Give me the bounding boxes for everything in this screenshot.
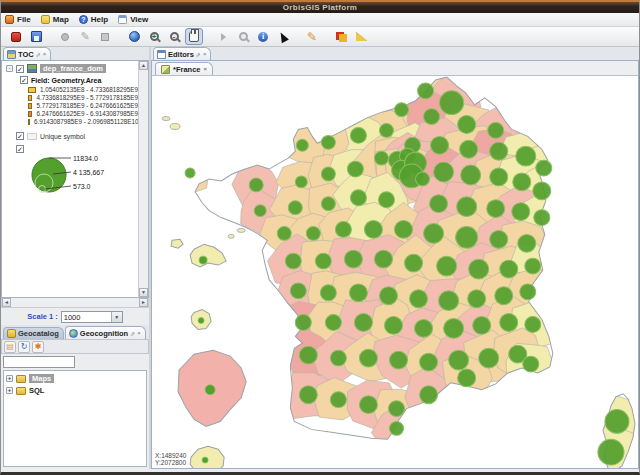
zoom-in-button[interactable]: + bbox=[145, 28, 163, 45]
class-swatch bbox=[28, 103, 32, 109]
zoom-selection-icon bbox=[239, 32, 248, 41]
island-guadeloupe bbox=[190, 244, 226, 267]
tab-editors[interactable]: Editors ⇗ × bbox=[153, 47, 211, 60]
france-tab-label: *France bbox=[173, 65, 201, 74]
france-map[interactable] bbox=[152, 76, 638, 468]
pointer-button[interactable] bbox=[274, 28, 292, 45]
stop-icon bbox=[11, 32, 21, 42]
tab-geocognition[interactable]: Geocognition ⇗ × bbox=[65, 326, 146, 339]
info-icon: i bbox=[258, 32, 268, 42]
stop-button[interactable] bbox=[7, 28, 25, 45]
pan-hand-icon bbox=[189, 31, 199, 42]
draw-line-button[interactable]: ✎ bbox=[76, 28, 94, 45]
legend-class-row: 6.9143087985E9 - 2.0969851128E10 bbox=[28, 118, 138, 125]
folder-icon bbox=[16, 387, 26, 395]
toolbar-separator bbox=[116, 28, 123, 45]
save-button[interactable] bbox=[27, 28, 45, 45]
pan-button[interactable] bbox=[185, 28, 203, 45]
edit-legend-button[interactable]: ✎ bbox=[303, 28, 321, 45]
sql-label[interactable]: SQL bbox=[29, 386, 44, 395]
island-guadeloupe-islet bbox=[171, 239, 183, 248]
edit-pencil-icon: ✎ bbox=[307, 31, 317, 43]
svg-text:573.0: 573.0 bbox=[73, 183, 91, 190]
geocognition-toolbar: ▤ ↻ ✱ bbox=[1, 339, 149, 354]
expander-icon[interactable]: - bbox=[6, 65, 13, 72]
full-extent-button[interactable] bbox=[125, 28, 143, 45]
map-canvas[interactable]: X:1489240 Y:2072800 bbox=[152, 75, 638, 468]
menu-map[interactable]: Map bbox=[41, 15, 69, 24]
choropleth-legend-row: ✓ Field: Geometry.Area bbox=[20, 76, 138, 84]
tree-item-maps[interactable]: + Maps bbox=[6, 374, 144, 383]
toc-horizontal-scrollbar[interactable]: ◄ ► bbox=[1, 298, 149, 308]
new-map-button[interactable]: ▤ bbox=[4, 341, 16, 353]
select-icon bbox=[221, 33, 226, 41]
layer-row[interactable]: - ✓ dep_france_dom bbox=[6, 64, 138, 73]
pin-icon[interactable]: ⇗ bbox=[196, 51, 201, 58]
menu-file[interactable]: File bbox=[5, 15, 31, 24]
scroll-right-icon[interactable]: ► bbox=[139, 298, 148, 307]
expander-icon[interactable]: + bbox=[6, 387, 13, 394]
select-button[interactable] bbox=[214, 28, 232, 45]
menu-map-label: Map bbox=[53, 15, 69, 24]
map-document-icon bbox=[161, 65, 170, 74]
scroll-down-icon[interactable]: ▼ bbox=[139, 288, 148, 297]
zoom-selection-button[interactable] bbox=[234, 28, 252, 45]
refresh-button[interactable]: ↻ bbox=[18, 341, 30, 353]
map-document-tabs: *France × bbox=[152, 61, 638, 75]
tab-france-map[interactable]: *France × bbox=[155, 62, 213, 75]
zoom-out-icon: - bbox=[170, 32, 179, 41]
tab-toc[interactable]: TOC ⇗ × bbox=[3, 47, 51, 60]
toc-vertical-scrollbar[interactable]: ▲ ▼ bbox=[138, 61, 148, 297]
theme-button[interactable] bbox=[332, 28, 350, 45]
close-icon[interactable]: × bbox=[137, 330, 141, 336]
legend-class-row: 4.7336818295E9 - 5.7729178185E9 bbox=[28, 94, 138, 101]
legend-class-row: 1.054052135E8 - 4.7336818295E9 bbox=[28, 86, 138, 93]
legend-field-title: Field: Geometry.Area bbox=[31, 77, 101, 84]
folder-icon bbox=[16, 375, 26, 383]
orbisgis-window: OrbisGIS Platform File Map ? Help View ✎… bbox=[0, 0, 640, 475]
filter-input[interactable] bbox=[3, 356, 75, 368]
draw-polygon-button[interactable] bbox=[96, 28, 114, 45]
menu-help[interactable]: ? Help bbox=[79, 15, 108, 24]
close-icon[interactable]: × bbox=[204, 66, 208, 72]
info-button[interactable]: i bbox=[254, 28, 272, 45]
scroll-left-icon[interactable]: ◄ bbox=[2, 298, 11, 307]
pin-icon[interactable]: ⇗ bbox=[36, 51, 41, 58]
scale-row: Scale 1 : 1000 ▼ bbox=[1, 308, 149, 325]
layer-checkbox[interactable]: ✓ bbox=[16, 65, 24, 73]
menu-bar: File Map ? Help View bbox=[1, 13, 639, 27]
measure-icon bbox=[356, 32, 367, 41]
toolbar-separator bbox=[294, 28, 301, 45]
scale-value[interactable]: 1000 bbox=[62, 312, 111, 322]
menu-view[interactable]: View bbox=[118, 15, 148, 24]
toc-tab-row: TOC ⇗ × bbox=[1, 47, 149, 60]
save-icon bbox=[31, 31, 42, 42]
menu-view-label: View bbox=[130, 15, 148, 24]
choropleth-checkbox[interactable]: ✓ bbox=[20, 76, 28, 84]
expander-icon[interactable]: + bbox=[6, 375, 13, 382]
tree-item-sql[interactable]: + SQL bbox=[6, 386, 144, 395]
view-menu-icon bbox=[118, 15, 127, 24]
class-swatch bbox=[28, 87, 36, 93]
toc-tab-label: TOC bbox=[18, 50, 34, 59]
class-label: 4.7336818295E9 - 5.7729178185E9 bbox=[36, 94, 138, 101]
title-bar[interactable]: OrbisGIS Platform bbox=[1, 0, 639, 13]
new-symbol-button[interactable]: ✱ bbox=[32, 341, 44, 353]
chevron-down-icon[interactable]: ▼ bbox=[111, 312, 122, 322]
editors-tab-label: Editors bbox=[168, 50, 194, 59]
proportional-checkbox[interactable]: ✓ bbox=[16, 145, 24, 153]
measure-button[interactable] bbox=[352, 28, 370, 45]
unique-symbol-checkbox[interactable]: ✓ bbox=[16, 132, 24, 140]
scale-combobox[interactable]: 1000 ▼ bbox=[61, 311, 123, 323]
pin-icon[interactable]: ⇗ bbox=[130, 330, 135, 337]
toc-tree: - ✓ dep_france_dom ✓ Field: Geometry.Are… bbox=[2, 61, 138, 297]
draw-point-button[interactable] bbox=[56, 28, 74, 45]
close-icon[interactable]: × bbox=[203, 51, 207, 57]
zoom-out-button[interactable]: - bbox=[165, 28, 183, 45]
tab-geocatalog[interactable]: Geocatalog bbox=[3, 327, 64, 339]
maps-label[interactable]: Maps bbox=[29, 374, 54, 383]
scroll-up-icon[interactable]: ▲ bbox=[139, 61, 148, 70]
file-menu-icon bbox=[5, 15, 14, 24]
close-icon[interactable]: × bbox=[43, 51, 47, 57]
layer-name[interactable]: dep_france_dom bbox=[40, 64, 106, 73]
